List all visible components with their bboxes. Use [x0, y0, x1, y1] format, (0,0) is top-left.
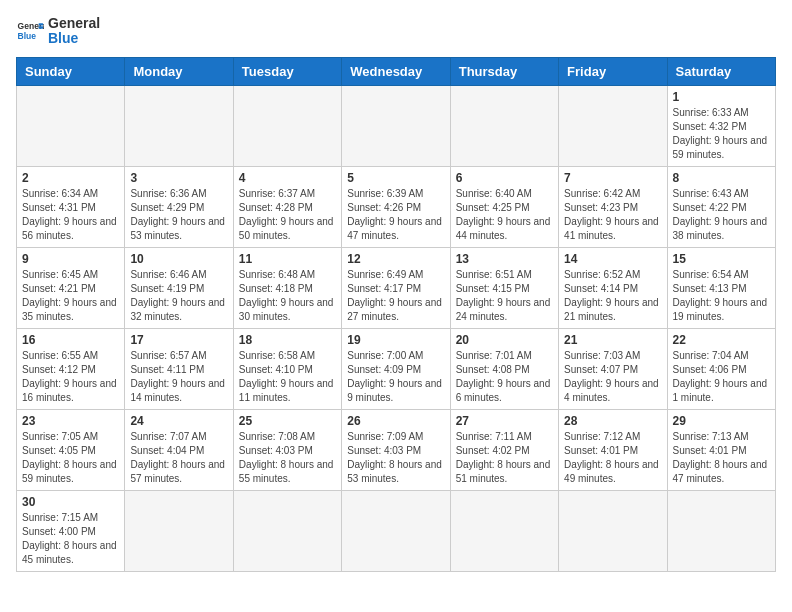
- day-info: Sunrise: 7:07 AM Sunset: 4:04 PM Dayligh…: [130, 430, 227, 486]
- day-cell: 17Sunrise: 6:57 AM Sunset: 4:11 PM Dayli…: [125, 328, 233, 409]
- header: General Blue General Blue: [16, 16, 776, 47]
- weekday-header-saturday: Saturday: [667, 57, 775, 85]
- day-info: Sunrise: 6:48 AM Sunset: 4:18 PM Dayligh…: [239, 268, 336, 324]
- day-info: Sunrise: 7:00 AM Sunset: 4:09 PM Dayligh…: [347, 349, 444, 405]
- day-number: 24: [130, 414, 227, 428]
- day-number: 28: [564, 414, 661, 428]
- day-number: 30: [22, 495, 119, 509]
- day-number: 4: [239, 171, 336, 185]
- day-cell: [667, 490, 775, 571]
- day-cell: 2Sunrise: 6:34 AM Sunset: 4:31 PM Daylig…: [17, 166, 125, 247]
- week-row-1: 1Sunrise: 6:33 AM Sunset: 4:32 PM Daylig…: [17, 85, 776, 166]
- day-number: 26: [347, 414, 444, 428]
- day-number: 21: [564, 333, 661, 347]
- day-cell: 30Sunrise: 7:15 AM Sunset: 4:00 PM Dayli…: [17, 490, 125, 571]
- logo-text-general: General: [48, 16, 100, 31]
- day-info: Sunrise: 7:05 AM Sunset: 4:05 PM Dayligh…: [22, 430, 119, 486]
- day-info: Sunrise: 7:12 AM Sunset: 4:01 PM Dayligh…: [564, 430, 661, 486]
- weekday-header-thursday: Thursday: [450, 57, 558, 85]
- day-cell: [342, 85, 450, 166]
- day-number: 2: [22, 171, 119, 185]
- day-number: 17: [130, 333, 227, 347]
- day-info: Sunrise: 7:15 AM Sunset: 4:00 PM Dayligh…: [22, 511, 119, 567]
- day-info: Sunrise: 6:57 AM Sunset: 4:11 PM Dayligh…: [130, 349, 227, 405]
- logo-icon: General Blue: [16, 17, 44, 45]
- day-cell: [342, 490, 450, 571]
- weekday-header-row: SundayMondayTuesdayWednesdayThursdayFrid…: [17, 57, 776, 85]
- weekday-header-friday: Friday: [559, 57, 667, 85]
- calendar: SundayMondayTuesdayWednesdayThursdayFrid…: [16, 57, 776, 572]
- day-cell: 19Sunrise: 7:00 AM Sunset: 4:09 PM Dayli…: [342, 328, 450, 409]
- day-number: 3: [130, 171, 227, 185]
- week-row-3: 9Sunrise: 6:45 AM Sunset: 4:21 PM Daylig…: [17, 247, 776, 328]
- day-cell: 9Sunrise: 6:45 AM Sunset: 4:21 PM Daylig…: [17, 247, 125, 328]
- day-info: Sunrise: 6:45 AM Sunset: 4:21 PM Dayligh…: [22, 268, 119, 324]
- day-info: Sunrise: 6:40 AM Sunset: 4:25 PM Dayligh…: [456, 187, 553, 243]
- day-cell: 15Sunrise: 6:54 AM Sunset: 4:13 PM Dayli…: [667, 247, 775, 328]
- day-number: 5: [347, 171, 444, 185]
- day-info: Sunrise: 6:33 AM Sunset: 4:32 PM Dayligh…: [673, 106, 770, 162]
- day-info: Sunrise: 7:01 AM Sunset: 4:08 PM Dayligh…: [456, 349, 553, 405]
- day-cell: 16Sunrise: 6:55 AM Sunset: 4:12 PM Dayli…: [17, 328, 125, 409]
- day-cell: 24Sunrise: 7:07 AM Sunset: 4:04 PM Dayli…: [125, 409, 233, 490]
- day-cell: 29Sunrise: 7:13 AM Sunset: 4:01 PM Dayli…: [667, 409, 775, 490]
- day-cell: 20Sunrise: 7:01 AM Sunset: 4:08 PM Dayli…: [450, 328, 558, 409]
- day-cell: 7Sunrise: 6:42 AM Sunset: 4:23 PM Daylig…: [559, 166, 667, 247]
- day-cell: [559, 490, 667, 571]
- day-number: 29: [673, 414, 770, 428]
- day-cell: 21Sunrise: 7:03 AM Sunset: 4:07 PM Dayli…: [559, 328, 667, 409]
- day-info: Sunrise: 7:08 AM Sunset: 4:03 PM Dayligh…: [239, 430, 336, 486]
- day-info: Sunrise: 6:34 AM Sunset: 4:31 PM Dayligh…: [22, 187, 119, 243]
- svg-rect-4: [39, 27, 44, 29]
- day-cell: [125, 490, 233, 571]
- day-info: Sunrise: 6:36 AM Sunset: 4:29 PM Dayligh…: [130, 187, 227, 243]
- day-number: 25: [239, 414, 336, 428]
- day-info: Sunrise: 6:49 AM Sunset: 4:17 PM Dayligh…: [347, 268, 444, 324]
- weekday-header-monday: Monday: [125, 57, 233, 85]
- day-cell: [233, 490, 341, 571]
- day-cell: 25Sunrise: 7:08 AM Sunset: 4:03 PM Dayli…: [233, 409, 341, 490]
- day-number: 15: [673, 252, 770, 266]
- day-cell: 12Sunrise: 6:49 AM Sunset: 4:17 PM Dayli…: [342, 247, 450, 328]
- day-info: Sunrise: 6:42 AM Sunset: 4:23 PM Dayligh…: [564, 187, 661, 243]
- day-cell: 8Sunrise: 6:43 AM Sunset: 4:22 PM Daylig…: [667, 166, 775, 247]
- svg-text:Blue: Blue: [18, 31, 37, 41]
- day-number: 6: [456, 171, 553, 185]
- day-number: 20: [456, 333, 553, 347]
- day-cell: 1Sunrise: 6:33 AM Sunset: 4:32 PM Daylig…: [667, 85, 775, 166]
- day-cell: [559, 85, 667, 166]
- day-info: Sunrise: 6:46 AM Sunset: 4:19 PM Dayligh…: [130, 268, 227, 324]
- day-info: Sunrise: 7:09 AM Sunset: 4:03 PM Dayligh…: [347, 430, 444, 486]
- day-number: 19: [347, 333, 444, 347]
- day-number: 12: [347, 252, 444, 266]
- day-info: Sunrise: 7:03 AM Sunset: 4:07 PM Dayligh…: [564, 349, 661, 405]
- day-cell: 5Sunrise: 6:39 AM Sunset: 4:26 PM Daylig…: [342, 166, 450, 247]
- day-cell: 23Sunrise: 7:05 AM Sunset: 4:05 PM Dayli…: [17, 409, 125, 490]
- day-info: Sunrise: 7:04 AM Sunset: 4:06 PM Dayligh…: [673, 349, 770, 405]
- day-number: 27: [456, 414, 553, 428]
- day-cell: [450, 490, 558, 571]
- week-row-2: 2Sunrise: 6:34 AM Sunset: 4:31 PM Daylig…: [17, 166, 776, 247]
- day-info: Sunrise: 7:11 AM Sunset: 4:02 PM Dayligh…: [456, 430, 553, 486]
- day-cell: 6Sunrise: 6:40 AM Sunset: 4:25 PM Daylig…: [450, 166, 558, 247]
- day-cell: 27Sunrise: 7:11 AM Sunset: 4:02 PM Dayli…: [450, 409, 558, 490]
- day-cell: [233, 85, 341, 166]
- weekday-header-tuesday: Tuesday: [233, 57, 341, 85]
- day-cell: [450, 85, 558, 166]
- day-cell: 14Sunrise: 6:52 AM Sunset: 4:14 PM Dayli…: [559, 247, 667, 328]
- day-number: 9: [22, 252, 119, 266]
- day-number: 18: [239, 333, 336, 347]
- day-number: 23: [22, 414, 119, 428]
- day-cell: 13Sunrise: 6:51 AM Sunset: 4:15 PM Dayli…: [450, 247, 558, 328]
- day-info: Sunrise: 6:43 AM Sunset: 4:22 PM Dayligh…: [673, 187, 770, 243]
- day-cell: 22Sunrise: 7:04 AM Sunset: 4:06 PM Dayli…: [667, 328, 775, 409]
- day-number: 16: [22, 333, 119, 347]
- day-number: 8: [673, 171, 770, 185]
- week-row-5: 23Sunrise: 7:05 AM Sunset: 4:05 PM Dayli…: [17, 409, 776, 490]
- day-cell: 28Sunrise: 7:12 AM Sunset: 4:01 PM Dayli…: [559, 409, 667, 490]
- day-cell: [17, 85, 125, 166]
- day-number: 1: [673, 90, 770, 104]
- day-number: 22: [673, 333, 770, 347]
- day-number: 11: [239, 252, 336, 266]
- day-cell: 3Sunrise: 6:36 AM Sunset: 4:29 PM Daylig…: [125, 166, 233, 247]
